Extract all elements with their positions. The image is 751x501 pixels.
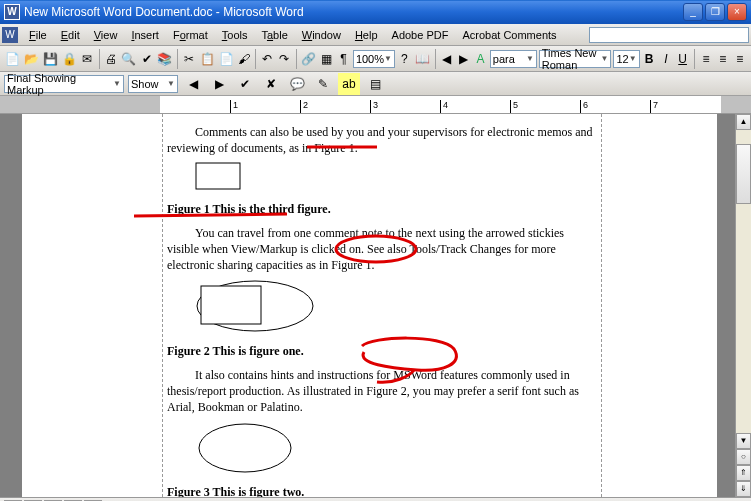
menu-table[interactable]: Table — [254, 27, 294, 43]
word-app-icon: W — [4, 4, 20, 20]
email-button[interactable]: ✉ — [80, 48, 95, 70]
scroll-down-button[interactable]: ▼ — [736, 433, 751, 449]
prev-page-button[interactable]: ⇑ — [736, 465, 751, 481]
new-doc-button[interactable]: 📄 — [4, 48, 21, 70]
format-painter-button[interactable]: 🖌 — [237, 48, 252, 70]
body-paragraph: It also contains hints and instructions … — [167, 367, 597, 416]
reviewing-pane-button[interactable]: ▤ — [364, 73, 386, 95]
styles-button[interactable]: A — [473, 48, 488, 70]
print-preview-button[interactable]: 🔍 — [120, 48, 137, 70]
status-bar: ≡ ▦ ▤ ☰ ▭ — [0, 497, 751, 501]
close-button[interactable]: × — [727, 3, 747, 21]
print-button[interactable]: 🖨 — [103, 48, 118, 70]
figure-1-caption: Figure 1 This is the third figure. — [167, 201, 597, 217]
minimize-button[interactable]: _ — [683, 3, 703, 21]
align-right-button[interactable]: ≡ — [732, 48, 747, 70]
align-left-button[interactable]: ≡ — [699, 48, 714, 70]
figure-3-caption: Figure 3 This is figure two. — [167, 484, 597, 497]
toolbar-separator — [694, 49, 695, 69]
research-button[interactable]: 📚 — [156, 48, 173, 70]
menu-insert[interactable]: Insert — [124, 27, 166, 43]
horizontal-ruler[interactable]: 1 2 3 4 5 6 7 — [0, 96, 751, 114]
help-button[interactable]: ? — [397, 48, 412, 70]
menu-edit[interactable]: Edit — [54, 27, 87, 43]
accept-change-button[interactable]: ✔ — [234, 73, 256, 95]
show-combo[interactable]: Show▼ — [128, 75, 178, 93]
menu-bar: W FFileile Edit View Insert Format Tools… — [0, 24, 751, 46]
help-question-box[interactable] — [589, 27, 749, 43]
paste-button[interactable]: 📄 — [218, 48, 235, 70]
browse-object-button[interactable]: ○ — [736, 449, 751, 465]
scroll-thumb[interactable] — [736, 144, 751, 204]
redo-button[interactable]: ↷ — [277, 48, 292, 70]
font-combo[interactable]: Times New Roman▼ — [539, 50, 612, 68]
toolbar-separator — [99, 49, 100, 69]
window-titlebar: W New Microsoft Word Document.doc - Micr… — [0, 0, 751, 24]
maximize-button[interactable]: ❐ — [705, 3, 725, 21]
undo-button[interactable]: ↶ — [260, 48, 275, 70]
reject-change-button[interactable]: ✘ — [260, 73, 282, 95]
document-page[interactable]: Comments can also be used by you and you… — [22, 114, 717, 497]
next-change-button[interactable]: ▶ — [208, 73, 230, 95]
standard-toolbar: 📄 📂 💾 🔒 ✉ 🖨 🔍 ✔ 📚 ✂ 📋 📄 🖌 ↶ ↷ 🔗 ▦ ¶ 100%… — [0, 46, 751, 72]
prev-change-button[interactable]: ◀ — [182, 73, 204, 95]
tables-borders-button[interactable]: ▦ — [319, 48, 334, 70]
reviewing-toolbar: Final Showing Markup▼ Show▼ ◀ ▶ ✔ ✘ 💬 ✎ … — [0, 72, 751, 96]
toolbar-separator — [177, 49, 178, 69]
copy-button[interactable]: 📋 — [199, 48, 216, 70]
menu-tools[interactable]: Tools — [215, 27, 255, 43]
menu-help[interactable]: Help — [348, 27, 385, 43]
window-title: New Microsoft Word Document.doc - Micros… — [24, 5, 683, 19]
read-button[interactable]: 📖 — [414, 48, 431, 70]
menu-view[interactable]: View — [87, 27, 125, 43]
bold-button[interactable]: B — [642, 48, 657, 70]
track-changes-button[interactable]: ✎ — [312, 73, 334, 95]
word-doc-icon: W — [2, 27, 18, 43]
menu-acrobat-comments[interactable]: Acrobat Comments — [455, 27, 563, 43]
document-workspace: Comments can also be used by you and you… — [0, 114, 751, 497]
outline-right-button[interactable]: ▶ — [456, 48, 471, 70]
outline-left-button[interactable]: ◀ — [439, 48, 454, 70]
next-page-button[interactable]: ⇓ — [736, 481, 751, 497]
hyperlink-button[interactable]: 🔗 — [300, 48, 317, 70]
open-button[interactable]: 📂 — [23, 48, 40, 70]
menu-file[interactable]: FFileile — [22, 27, 54, 43]
svg-point-3 — [199, 424, 291, 472]
svg-rect-2 — [201, 286, 261, 324]
show-formatting-button[interactable]: ¶ — [336, 48, 351, 70]
menu-format[interactable]: Format — [166, 27, 215, 43]
cut-button[interactable]: ✂ — [182, 48, 197, 70]
scroll-up-button[interactable]: ▲ — [736, 114, 751, 130]
align-center-button[interactable]: ≡ — [715, 48, 730, 70]
figure-2-shape — [195, 279, 597, 338]
toolbar-separator — [296, 49, 297, 69]
highlight-button[interactable]: ab — [338, 73, 360, 95]
menu-adobe-pdf[interactable]: Adobe PDF — [385, 27, 456, 43]
insert-comment-button[interactable]: 💬 — [286, 73, 308, 95]
underline-button[interactable]: U — [675, 48, 690, 70]
body-paragraph: Comments can also be used by you and you… — [167, 124, 597, 156]
display-for-review-combo[interactable]: Final Showing Markup▼ — [4, 75, 124, 93]
figure-1-shape — [195, 162, 597, 196]
figure-3-shape — [195, 421, 597, 480]
zoom-combo[interactable]: 100%▼ — [353, 50, 395, 68]
permission-button[interactable]: 🔒 — [61, 48, 78, 70]
font-size-combo[interactable]: 12▼ — [613, 50, 639, 68]
style-combo[interactable]: para▼ — [490, 50, 537, 68]
menu-window[interactable]: Window — [295, 27, 348, 43]
vertical-scrollbar[interactable]: ▲ ▼ ○ ⇑ ⇓ — [735, 114, 751, 497]
toolbar-separator — [255, 49, 256, 69]
body-paragraph: You can travel from one comment note to … — [167, 225, 597, 274]
italic-button[interactable]: I — [658, 48, 673, 70]
toolbar-separator — [435, 49, 436, 69]
figure-2-caption: Figure 2 This is figure one. — [167, 343, 597, 359]
svg-rect-0 — [196, 163, 240, 189]
save-button[interactable]: 💾 — [42, 48, 59, 70]
spellcheck-button[interactable]: ✔ — [139, 48, 154, 70]
